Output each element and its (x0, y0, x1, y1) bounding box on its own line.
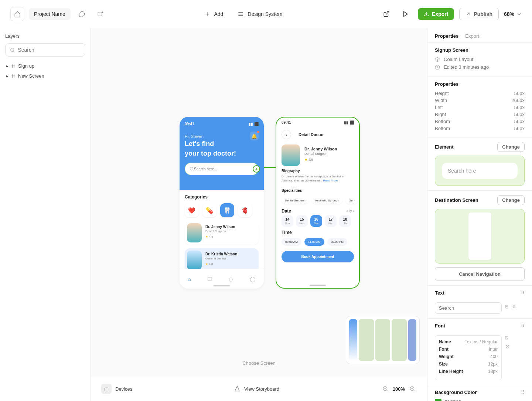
cat-tooth[interactable]: 🦷 (220, 203, 234, 217)
specialities: Specialities (276, 186, 359, 196)
back-icon[interactable]: ‹ (282, 130, 291, 139)
book-button[interactable]: Book Appointment (282, 251, 354, 262)
layer-signup[interactable]: ▸Sign up (5, 61, 85, 71)
search-field[interactable]: + (185, 163, 259, 175)
prop-row: Bottom56px (435, 126, 525, 131)
time-slot[interactable]: 09.00 AM (282, 238, 301, 246)
minimap-thumb (359, 319, 374, 361)
export-button[interactable]: Export (418, 8, 454, 20)
element-input-preview: Search here (442, 163, 518, 179)
minimap-thumb (349, 319, 357, 361)
day-16[interactable]: 16Tue (310, 215, 322, 227)
detail-header: ‹ Detail Doctor (276, 125, 359, 145)
tab-bag-icon[interactable]: ☐ (207, 276, 212, 282)
svg-point-3 (239, 15, 239, 16)
layers-sidebar: Layers ▸Sign up ▸New Screen (0, 28, 91, 401)
tab-properties[interactable]: Properties (435, 33, 458, 39)
storyboard-button[interactable]: View Storyboard (234, 385, 279, 392)
cat-pill[interactable]: 💊 (202, 203, 216, 217)
categories: ❤️ 💊 🦷 🫀 (185, 203, 259, 217)
drag-icon[interactable]: ⠿ (521, 323, 525, 329)
days: 14Sun 15Mon 16Tue 17Wed 18Th (276, 215, 359, 227)
doc-info: Dr. Jenny Wilson Dental Surgeon ★ 4.8 (205, 223, 235, 242)
times: 09.00 AM 11.00 AM 03.00 PM (276, 237, 359, 247)
bg-hex: FACB25 (444, 400, 461, 401)
zoom-in-icon[interactable] (381, 384, 390, 393)
doc-role: General Dentist (205, 257, 237, 260)
bg-color-row[interactable]: FACB25 (435, 399, 525, 401)
spec-chip[interactable]: Dental Surgeon (282, 197, 309, 204)
dest-preview (435, 209, 525, 264)
font-header: Font ⠿ (435, 323, 525, 329)
add-image-icon[interactable] (93, 7, 108, 21)
section-bg: Background Color ⠿ FACB25 (427, 385, 532, 401)
detach-icon[interactable]: ⤲ (505, 344, 509, 349)
detach-icon[interactable]: ⤲ (512, 304, 516, 309)
search-input[interactable] (194, 167, 254, 171)
layers-search-input[interactable] (18, 47, 81, 53)
canvas[interactable]: 09:41▮▮ ⬛ Hi, Steven Let's find your top… (91, 28, 427, 401)
text-search-input[interactable] (435, 302, 502, 314)
play-icon[interactable] (399, 7, 413, 21)
zoom-value: 100% (393, 386, 405, 392)
day-18[interactable]: 18Th (339, 215, 351, 227)
svg-point-5 (190, 167, 193, 170)
doctor-card[interactable]: Dr. Jenny Wilson Dental Surgeon ★ 4.8 (185, 221, 259, 245)
section-screen: Signup Screen Colum Layout Edited 3 minu… (427, 43, 532, 77)
element-header: Element Change (435, 142, 525, 152)
cat-heart[interactable]: ❤️ (185, 203, 199, 217)
cancel-navigation-button[interactable]: Cancel Navigation (435, 267, 525, 281)
artboard-home[interactable]: 09:41▮▮ ⬛ Hi, Steven Let's find your top… (180, 117, 264, 289)
tab-user-icon[interactable]: ◯ (250, 276, 256, 282)
layers-search[interactable] (5, 43, 85, 57)
edited-meta: Edited 3 minutes ago (435, 64, 525, 70)
day-17[interactable]: 17Wed (325, 215, 337, 227)
external-link-icon[interactable] (379, 7, 393, 21)
copy-icon[interactable]: ⎘ (505, 304, 508, 309)
spec-heading: Specialities (282, 188, 354, 193)
home-indicator (310, 285, 326, 286)
layers-icon (435, 57, 440, 62)
publish-button[interactable]: Publish (459, 8, 499, 20)
devices-icon: ▢ (101, 384, 112, 394)
doc-rating: ★ 4.8 (304, 158, 337, 162)
spec-chip[interactable]: Aesthetic Surgeon (312, 197, 342, 204)
change-dest-button[interactable]: Change (497, 195, 525, 205)
phone-body: Categories ❤️ 💊 🦷 🫀 Dr. Jenny Wilson Den… (180, 190, 264, 276)
tab-chat-icon[interactable]: ◌ (229, 276, 233, 282)
day-14[interactable]: 14Sun (282, 215, 293, 227)
artboard-detail[interactable]: 09:41▮▮ ⬛ ‹ Detail Doctor Dr. Jenny Wils… (276, 117, 360, 289)
top-bar: Project Name Add Design System Export Pu… (0, 0, 532, 28)
plus-badge-icon[interactable]: + (253, 165, 260, 173)
layer-newscreen[interactable]: ▸New Screen (5, 71, 85, 81)
drag-icon[interactable]: ⠿ (521, 390, 525, 395)
zoom-selector[interactable]: 68% (504, 11, 522, 17)
time-slot[interactable]: 03.00 PM (327, 238, 347, 246)
spec-chip[interactable]: Gen (345, 197, 358, 204)
layer-label: New Screen (18, 73, 44, 79)
chat-icon[interactable] (75, 7, 89, 21)
home-icon[interactable] (10, 7, 24, 21)
copy-icon[interactable]: ⎘ (505, 335, 509, 341)
devices-button[interactable]: ▢Devices (101, 384, 132, 394)
day-15[interactable]: 15Mon (296, 215, 308, 227)
read-more-link[interactable]: Read More (323, 179, 338, 182)
project-name[interactable]: Project Name (29, 8, 71, 20)
bell-icon[interactable]: 🔔 (250, 132, 259, 140)
tab-export[interactable]: Export (465, 33, 479, 39)
search-icon (190, 167, 194, 171)
clock-icon (435, 65, 440, 70)
time-slot[interactable]: 11.00 AM (304, 238, 324, 246)
month-selector[interactable]: July › (346, 209, 354, 213)
minimap-panel[interactable] (346, 316, 420, 364)
svg-point-2 (239, 14, 239, 14)
design-system-button[interactable]: Design System (238, 11, 282, 17)
zoom-out-icon[interactable] (408, 384, 417, 393)
layout-meta: Colum Layout (435, 57, 525, 62)
drag-icon[interactable]: ⠿ (521, 290, 525, 296)
change-element-button[interactable]: Change (497, 142, 525, 152)
cat-organ[interactable]: 🫀 (238, 203, 252, 217)
star-icon: ★ (304, 158, 307, 162)
tab-home-icon[interactable]: ⌂ (188, 276, 191, 282)
add-button[interactable]: Add (204, 11, 223, 17)
